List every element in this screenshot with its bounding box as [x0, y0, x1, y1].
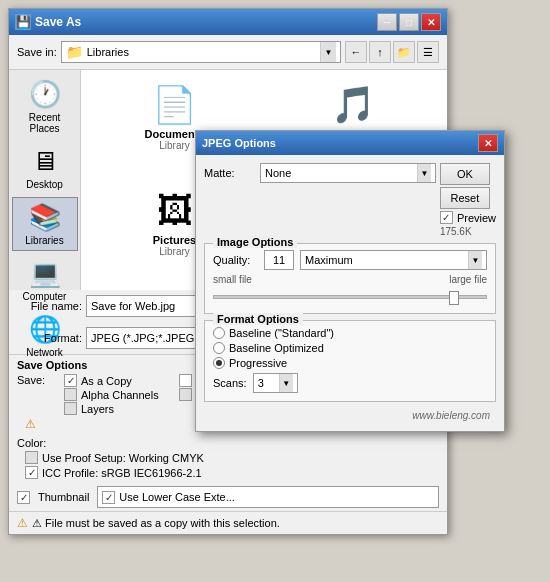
baseline-standard-label: Baseline ("Standard"): [229, 327, 334, 339]
baseline-optimized-radio[interactable]: [213, 342, 225, 354]
quality-arrow[interactable]: ▼: [468, 251, 482, 269]
scans-value: 3: [258, 377, 279, 389]
alphachannels-label: Alpha Channels: [81, 389, 159, 401]
scans-row: Scans: 3 ▼: [213, 373, 487, 393]
format-label: Format:: [17, 332, 82, 344]
saveas-icon: 💾: [15, 14, 31, 30]
preview-label: Preview: [457, 212, 496, 224]
scans-combo[interactable]: 3 ▼: [253, 373, 298, 393]
sidebar-recent-label: Recent Places: [15, 112, 75, 134]
lowercase-combo[interactable]: Use Lower Case Exte...: [97, 486, 439, 508]
ascopy-checkbox[interactable]: [64, 374, 77, 387]
jpeg-close-button[interactable]: ✕: [478, 134, 498, 152]
color-section: Color: Use Proof Setup: Working CMYK ICC…: [9, 435, 447, 483]
jpeg-title: JPEG Options: [202, 137, 276, 149]
option-layers: Layers: [64, 402, 159, 415]
save-in-label: Save in:: [17, 46, 57, 58]
ascopy-label: As a Copy: [81, 375, 132, 387]
libraries-icon: 📚: [29, 202, 61, 233]
matte-value: None: [265, 167, 417, 179]
alphachannels-checkbox[interactable]: [64, 388, 77, 401]
layers-label: Layers: [81, 403, 114, 415]
proofsetup-checkbox[interactable]: [25, 451, 38, 464]
matte-combo[interactable]: None ▼: [260, 163, 436, 183]
slider-track: [213, 295, 487, 299]
color-label: Color:: [17, 437, 57, 449]
progressive-label: Progressive: [229, 357, 287, 369]
notes-checkbox[interactable]: [179, 374, 192, 387]
ok-button[interactable]: OK: [440, 163, 490, 185]
save-in-arrow[interactable]: ▼: [320, 42, 336, 62]
warning-icon: ⚠: [17, 516, 28, 530]
lowercase-checkbox[interactable]: [102, 491, 115, 504]
sidebar-item-recent[interactable]: 🕐 Recent Places: [12, 74, 78, 139]
warning-footer: ⚠ ⚠ File must be saved as a copy with th…: [9, 511, 447, 534]
file-size-row: small file large file: [213, 274, 487, 285]
radio-baseline-standard: Baseline ("Standard"): [213, 327, 487, 339]
filename-label: File name:: [17, 300, 82, 312]
pictures-name: Pictures: [153, 234, 196, 246]
large-file-label: large file: [449, 274, 487, 285]
back-button[interactable]: ←: [345, 41, 367, 63]
iccprofile-label: ICC Profile: sRGB IEC61966-2.1: [42, 467, 202, 479]
quality-slider[interactable]: [213, 289, 487, 305]
watermark: www.bieleng.com: [204, 408, 496, 423]
left-sidebar: 🕐 Recent Places 🖥 Desktop 📚 Libraries 💻 …: [9, 70, 81, 290]
spotcolors-checkbox[interactable]: [179, 388, 192, 401]
save-in-value: Libraries: [87, 46, 316, 58]
thumbnail-checkbox[interactable]: [17, 491, 30, 504]
music-icon: 🎵: [331, 84, 376, 126]
warn-icon-options: ⚠: [25, 417, 36, 431]
reset-button[interactable]: Reset: [440, 187, 490, 209]
baseline-standard-radio[interactable]: [213, 327, 225, 339]
quality-combo[interactable]: Maximum ▼: [300, 250, 487, 270]
progressive-radio[interactable]: [213, 357, 225, 369]
sidebar-libraries-label: Libraries: [25, 235, 63, 246]
quality-level: Maximum: [305, 254, 468, 266]
radio-baseline-optimized: Baseline Optimized: [213, 342, 487, 354]
folder-icon: 📁: [66, 44, 83, 60]
matte-row: Matte: None ▼: [204, 163, 436, 183]
format-options-legend: Format Options: [213, 313, 303, 325]
sidebar-item-desktop[interactable]: 🖥 Desktop: [12, 141, 78, 195]
thumbnail-row: Thumbnail Use Lower Case Exte...: [9, 483, 447, 511]
documents-icon: 📄: [152, 84, 197, 126]
layers-checkbox[interactable]: [64, 402, 77, 415]
sidebar-item-libraries[interactable]: 📚 Libraries: [12, 197, 78, 251]
toolbar-icons: ← ↑ 📁 ☰: [345, 41, 439, 63]
option-ascopy: As a Copy: [64, 374, 159, 387]
pictures-icon: 🖼: [157, 190, 193, 232]
quality-input[interactable]: [264, 250, 294, 270]
lowercase-label: Use Lower Case Exte...: [119, 491, 434, 503]
jpeg-body: Matte: None ▼ OK Reset Preview 175.6K I: [196, 155, 504, 431]
quality-label: Quality:: [213, 254, 258, 266]
recent-icon: 🕐: [29, 79, 61, 110]
jpeg-titlebar: JPEG Options ✕: [196, 131, 504, 155]
matte-label: Matte:: [204, 167, 254, 179]
scans-arrow[interactable]: ▼: [279, 374, 293, 392]
proofsetup-label: Use Proof Setup: Working CMYK: [42, 452, 204, 464]
new-folder-button[interactable]: 📁: [393, 41, 415, 63]
iccprofile-checkbox[interactable]: [25, 466, 38, 479]
documents-sub: Library: [159, 140, 190, 151]
saveas-titlebar-buttons: ─ □ ✕: [377, 13, 441, 31]
format-options-section: Format Options Baseline ("Standard") Bas…: [204, 320, 496, 402]
computer-icon: 💻: [29, 258, 61, 289]
close-button[interactable]: ✕: [421, 13, 441, 31]
matte-arrow[interactable]: ▼: [417, 164, 431, 182]
pictures-sub: Library: [159, 246, 190, 257]
save-in-combo[interactable]: 📁 Libraries ▼: [61, 41, 341, 63]
view-button[interactable]: ☰: [417, 41, 439, 63]
save-in-row: Save in: 📁 Libraries ▼ ← ↑ 📁 ☰: [9, 35, 447, 70]
up-button[interactable]: ↑: [369, 41, 391, 63]
slider-thumb[interactable]: [449, 291, 459, 305]
sidebar-item-computer[interactable]: 💻 Computer: [12, 253, 78, 307]
quality-row: Quality: Maximum ▼: [213, 250, 487, 270]
warning-text: ⚠ File must be saved as a copy with this…: [32, 517, 280, 530]
preview-check: Preview: [440, 211, 496, 224]
preview-checkbox[interactable]: [440, 211, 453, 224]
maximize-button[interactable]: □: [399, 13, 419, 31]
minimize-button[interactable]: ─: [377, 13, 397, 31]
save-sublabel: Save:: [17, 374, 52, 386]
preview-size: 175.6K: [440, 226, 496, 237]
